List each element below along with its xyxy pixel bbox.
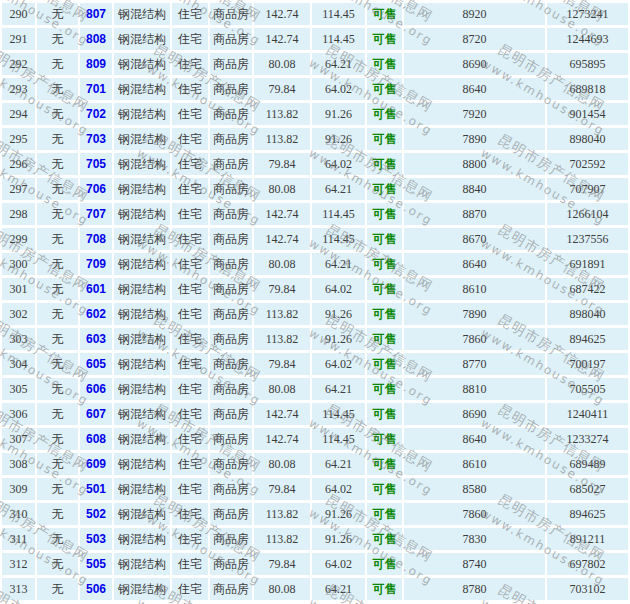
cell-sale-type: 商品房: [210, 353, 252, 375]
status-badge: 可售: [373, 282, 397, 296]
room-number-link[interactable]: 505: [86, 557, 106, 571]
room-number-link[interactable]: 807: [86, 7, 106, 21]
cell-sale-type: 商品房: [210, 428, 252, 450]
cell-total-price: 1266104: [547, 203, 628, 225]
cell-seq: 292: [2, 53, 35, 75]
cell-status: 可售: [367, 203, 402, 225]
cell-basement: 无: [37, 378, 78, 400]
cell-usage: 住宅: [172, 153, 208, 175]
room-number-link[interactable]: 706: [86, 182, 106, 196]
cell-structure: 钢混结构: [114, 53, 170, 75]
cell-usage: 住宅: [172, 478, 208, 500]
room-number-link[interactable]: 709: [86, 257, 106, 271]
cell-total-price: 685027: [547, 478, 628, 500]
cell-build-area: 142.74: [254, 3, 310, 25]
cell-seq: 298: [2, 203, 35, 225]
cell-structure: 钢混结构: [114, 78, 170, 100]
cell-usage: 住宅: [172, 553, 208, 575]
room-number-link[interactable]: 501: [86, 482, 106, 496]
cell-structure: 钢混结构: [114, 328, 170, 350]
cell-total-price: 697802: [547, 553, 628, 575]
room-number-link[interactable]: 602: [86, 307, 106, 321]
status-badge: 可售: [373, 132, 397, 146]
cell-room: 505: [80, 553, 112, 575]
status-badge: 可售: [373, 107, 397, 121]
cell-inner-area: 91.26: [312, 303, 365, 325]
cell-structure: 钢混结构: [114, 28, 170, 50]
cell-basement: 无: [37, 103, 78, 125]
cell-seq: 310: [2, 503, 35, 525]
cell-basement: 无: [37, 528, 78, 550]
room-number-link[interactable]: 503: [86, 532, 106, 546]
room-number-link[interactable]: 702: [86, 107, 106, 121]
cell-structure: 钢混结构: [114, 3, 170, 25]
room-number-link[interactable]: 506: [86, 582, 106, 596]
cell-basement: 无: [37, 353, 78, 375]
room-number-link[interactable]: 703: [86, 132, 106, 146]
cell-sale-type: 商品房: [210, 203, 252, 225]
cell-room: 709: [80, 253, 112, 275]
cell-unit-price: 8610: [404, 453, 545, 475]
table-row: 306无607钢混结构住宅商品房142.74114.45可售8690124041…: [2, 403, 628, 425]
cell-sale-type: 商品房: [210, 553, 252, 575]
room-number-link[interactable]: 603: [86, 332, 106, 346]
units-table-body: 290无807钢混结构住宅商品房142.74114.45可售8920127324…: [2, 3, 628, 600]
cell-room: 705: [80, 153, 112, 175]
room-number-link[interactable]: 502: [86, 507, 106, 521]
cell-unit-price: 8720: [404, 28, 545, 50]
cell-inner-area: 114.45: [312, 203, 365, 225]
cell-room: 702: [80, 103, 112, 125]
cell-structure: 钢混结构: [114, 228, 170, 250]
cell-status: 可售: [367, 3, 402, 25]
cell-status: 可售: [367, 153, 402, 175]
cell-inner-area: 91.26: [312, 503, 365, 525]
cell-inner-area: 64.02: [312, 153, 365, 175]
table-row: 303无603钢混结构住宅商品房113.8291.26可售7860894625: [2, 328, 628, 350]
cell-sale-type: 商品房: [210, 53, 252, 75]
cell-seq: 312: [2, 553, 35, 575]
table-row: 302无602钢混结构住宅商品房113.8291.26可售7890898040: [2, 303, 628, 325]
room-number-link[interactable]: 701: [86, 82, 106, 96]
cell-sale-type: 商品房: [210, 278, 252, 300]
status-badge: 可售: [373, 457, 397, 471]
room-number-link[interactable]: 808: [86, 32, 106, 46]
cell-total-price: 707907: [547, 178, 628, 200]
cell-seq: 295: [2, 128, 35, 150]
room-number-link[interactable]: 601: [86, 282, 106, 296]
cell-usage: 住宅: [172, 203, 208, 225]
cell-total-price: 891211: [547, 528, 628, 550]
status-badge: 可售: [373, 332, 397, 346]
cell-usage: 住宅: [172, 103, 208, 125]
cell-basement: 无: [37, 128, 78, 150]
cell-seq: 299: [2, 228, 35, 250]
cell-room: 701: [80, 78, 112, 100]
room-number-link[interactable]: 605: [86, 357, 106, 371]
table-row: 301无601钢混结构住宅商品房79.8464.02可售8610687422: [2, 278, 628, 300]
cell-sale-type: 商品房: [210, 28, 252, 50]
cell-usage: 住宅: [172, 528, 208, 550]
table-row: 294无702钢混结构住宅商品房113.8291.26可售7920901454: [2, 103, 628, 125]
room-number-link[interactable]: 609: [86, 457, 106, 471]
room-number-link[interactable]: 705: [86, 157, 106, 171]
cell-build-area: 80.08: [254, 578, 310, 600]
room-number-link[interactable]: 707: [86, 207, 106, 221]
table-row: 298无707钢混结构住宅商品房142.74114.45可售8870126610…: [2, 203, 628, 225]
room-number-link[interactable]: 607: [86, 407, 106, 421]
cell-total-price: 894625: [547, 503, 628, 525]
room-number-link[interactable]: 708: [86, 232, 106, 246]
cell-inner-area: 64.21: [312, 53, 365, 75]
room-number-link[interactable]: 606: [86, 382, 106, 396]
cell-usage: 住宅: [172, 228, 208, 250]
cell-structure: 钢混结构: [114, 378, 170, 400]
table-row: 292无809钢混结构住宅商品房80.0864.21可售8690695895: [2, 53, 628, 75]
cell-usage: 住宅: [172, 428, 208, 450]
cell-unit-price: 7890: [404, 128, 545, 150]
cell-structure: 钢混结构: [114, 528, 170, 550]
table-row: 296无705钢混结构住宅商品房79.8464.02可售8800702592: [2, 153, 628, 175]
room-number-link[interactable]: 608: [86, 432, 106, 446]
room-number-link[interactable]: 809: [86, 57, 106, 71]
cell-seq: 300: [2, 253, 35, 275]
cell-seq: 309: [2, 478, 35, 500]
table-row: 291无808钢混结构住宅商品房142.74114.45可售8720124469…: [2, 28, 628, 50]
cell-basement: 无: [37, 228, 78, 250]
